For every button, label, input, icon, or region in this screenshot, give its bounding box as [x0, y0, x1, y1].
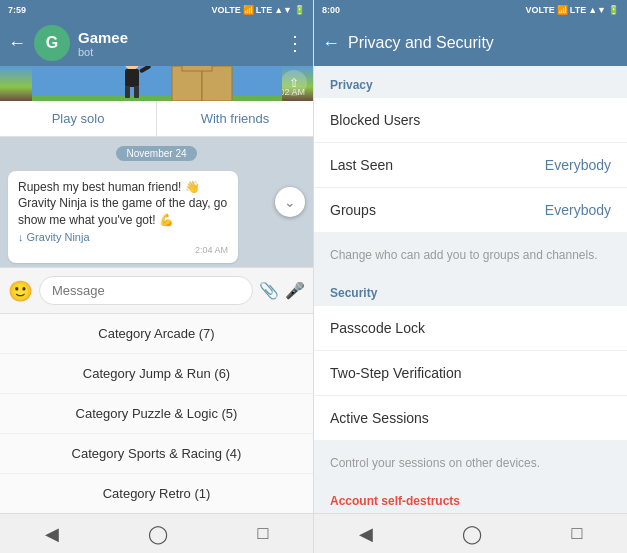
message-text: Rupesh my best human friend! 👋 Gravity N… [18, 179, 228, 229]
category-arcade[interactable]: Category Arcade (7) [0, 314, 313, 354]
mic-button[interactable]: 🎤 [285, 281, 305, 300]
right-status-icons: VOLTE 📶 LTE ▲▼ 🔋 [525, 5, 619, 15]
privacy-section-header: Privacy [314, 66, 627, 98]
two-step-label: Two-Step Verification [330, 365, 462, 381]
right-nav-recent-icon[interactable]: □ [571, 523, 582, 544]
back-button[interactable]: ← [8, 33, 26, 54]
game-banner: ⇧ 2:02 AM [0, 66, 313, 101]
right-time: 8:00 [322, 5, 340, 15]
category-puzzle[interactable]: Category Puzzle & Logic (5) [0, 394, 313, 434]
category-jump-run[interactable]: Category Jump & Run (6) [0, 354, 313, 394]
svg-rect-2 [32, 96, 282, 101]
svg-rect-5 [182, 66, 212, 71]
chat-area: ⇧ 2:02 AM Play solo With friends Novembe… [0, 66, 313, 267]
settings-title: Privacy and Security [348, 34, 494, 52]
right-nav-bar: ◀ ◯ □ [314, 513, 627, 553]
svg-rect-7 [125, 69, 139, 87]
settings-back-button[interactable]: ← [322, 33, 340, 54]
game-scene [32, 66, 282, 101]
groups-value: Everybody [545, 202, 611, 218]
nav-home-icon[interactable]: ◯ [148, 523, 168, 545]
category-retro[interactable]: Category Retro (1) [0, 474, 313, 513]
emoji-button[interactable]: 🙂 [8, 279, 33, 303]
left-status-bar: 7:59 VOLTE 📶 LTE ▲▼ 🔋 [0, 0, 313, 20]
passcode-row[interactable]: Passcode Lock [314, 306, 627, 351]
right-header: ← Privacy and Security [314, 20, 627, 66]
right-nav-home-icon[interactable]: ◯ [462, 523, 482, 545]
privacy-section: Blocked Users Last Seen Everybody Groups… [314, 98, 627, 232]
privacy-hint: Change who can add you to groups and cha… [314, 240, 627, 274]
nav-recent-icon[interactable]: □ [257, 523, 268, 544]
settings-content: Privacy Blocked Users Last Seen Everybod… [314, 66, 627, 513]
left-nav-bar: ◀ ◯ □ [0, 513, 313, 553]
svg-rect-0 [32, 66, 282, 101]
category-sports[interactable]: Category Sports & Racing (4) [0, 434, 313, 474]
date-badge: November 24 [116, 146, 196, 161]
blocked-users-label: Blocked Users [330, 112, 420, 128]
right-nav-back-icon[interactable]: ◀ [359, 523, 373, 545]
security-section: Passcode Lock Two-Step Verification Acti… [314, 306, 627, 440]
play-solo-button[interactable]: Play solo [0, 101, 157, 136]
passcode-label: Passcode Lock [330, 320, 425, 336]
two-step-row[interactable]: Two-Step Verification [314, 351, 627, 396]
left-panel: 7:59 VOLTE 📶 LTE ▲▼ 🔋 ← G Gamee bot ⋮ [0, 0, 314, 553]
active-sessions-row[interactable]: Active Sessions [314, 396, 627, 440]
left-time: 7:59 [8, 5, 26, 15]
last-seen-value: Everybody [545, 157, 611, 173]
active-sessions-label: Active Sessions [330, 410, 429, 426]
bot-name: Gamee [78, 29, 277, 46]
message-link[interactable]: ↓ Gravity Ninja [18, 231, 228, 243]
right-panel: 8:00 VOLTE 📶 LTE ▲▼ 🔋 ← Privacy and Secu… [314, 0, 627, 553]
blocked-users-row[interactable]: Blocked Users [314, 98, 627, 143]
security-hint: Control your sessions on other devices. [314, 448, 627, 482]
date-separator: November 24 [0, 143, 313, 161]
right-status-bar: 8:00 VOLTE 📶 LTE ▲▼ 🔋 [314, 0, 627, 20]
message-bubble: Rupesh my best human friend! 👋 Gravity N… [8, 171, 238, 263]
groups-row[interactable]: Groups Everybody [314, 188, 627, 232]
play-friends-button[interactable]: With friends [157, 101, 313, 136]
self-destruct-header: Account self-destructs [314, 482, 627, 513]
last-seen-row[interactable]: Last Seen Everybody [314, 143, 627, 188]
left-header: ← G Gamee bot ⋮ [0, 20, 313, 66]
bot-avatar: G [34, 25, 70, 61]
scroll-down-button[interactable]: ⌄ [275, 187, 305, 217]
left-status-icons: VOLTE 📶 LTE ▲▼ 🔋 [211, 5, 305, 15]
attach-button[interactable]: 📎 [259, 281, 279, 300]
category-list: Category Arcade (7) Category Jump & Run … [0, 313, 313, 513]
more-options-button[interactable]: ⋮ [285, 31, 305, 55]
input-bar: 🙂 📎 🎤 [0, 267, 313, 313]
svg-rect-8 [125, 86, 130, 98]
message-time: 2:04 AM [18, 245, 228, 255]
bot-sub: bot [78, 46, 277, 58]
header-info: Gamee bot [78, 29, 277, 58]
groups-label: Groups [330, 202, 376, 218]
security-section-header: Security [314, 274, 627, 306]
message-input[interactable] [39, 276, 253, 305]
play-buttons-row: Play solo With friends [0, 101, 313, 137]
svg-rect-9 [134, 86, 139, 98]
nav-back-icon[interactable]: ◀ [45, 523, 59, 545]
last-seen-label: Last Seen [330, 157, 393, 173]
